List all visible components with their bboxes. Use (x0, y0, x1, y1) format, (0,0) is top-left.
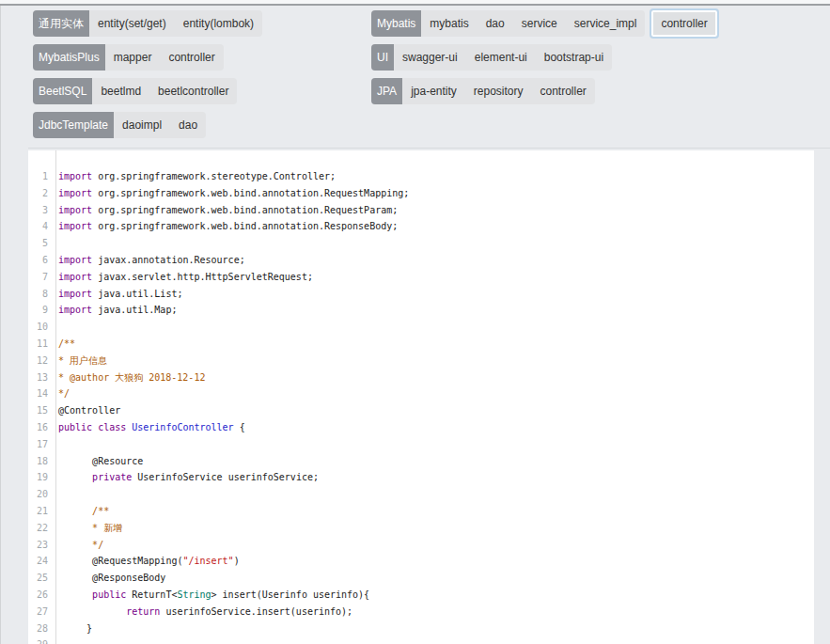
code-token-pl: > insert(Userinfo userinfo){ (211, 589, 370, 600)
option-beetlsql-beetlcontroller[interactable]: beetlcontroller (149, 78, 237, 104)
code-token-pl: @RequestMapping( (58, 556, 182, 566)
line-number: 7 (28, 269, 48, 286)
code-line: 21 /** (28, 503, 814, 520)
option-mybatis-service-impl[interactable]: service_impl (566, 10, 646, 37)
line-number: 28 (28, 620, 48, 637)
toolbar-code-divider (28, 148, 830, 149)
code-token-cm: * @author 大狼狗 2018-12-12 (58, 372, 205, 383)
group-bar-ui: UIswagger-uielement-uibootstrap-ui (371, 44, 612, 71)
code-line: 22 * 新增 (28, 520, 814, 537)
option-group-entity-set-get[interactable]: entity(set/get) (89, 10, 175, 37)
code-token-cn: UserinfoController (126, 422, 233, 432)
code-token-pl: ReturnT< (126, 589, 177, 600)
code-token-pl: ) (234, 556, 240, 566)
option-jdbctemplate-dao[interactable]: dao (170, 112, 206, 138)
button-group-jdbctemplate: JdbcTemplatedaoimpldao (33, 112, 206, 138)
code-text: import org.springframework.web.bind.anno… (48, 185, 409, 202)
code-token-pl: @Resource (58, 456, 143, 466)
code-line: 4import org.springframework.web.bind.ann… (28, 218, 814, 235)
code-line: 10 (28, 319, 814, 336)
code-token-pl: java.util.List; (92, 289, 182, 299)
line-number: 21 (28, 503, 48, 520)
code-text: public ReturnT<String> insert(Userinfo u… (48, 587, 369, 604)
code-token-kw: import (58, 205, 92, 215)
category-label-mybatis: Mybatis (371, 10, 421, 37)
button-group-ui: UIswagger-uielement-uibootstrap-ui (371, 44, 612, 71)
option-mybatisplus-mapper[interactable]: mapper (105, 44, 161, 71)
line-number: 1 (28, 168, 48, 185)
option-mybatis-dao[interactable]: dao (478, 10, 513, 37)
code-text: */ (48, 385, 70, 402)
top-strip (0, 0, 830, 6)
code-line: 16public class UserinfoController { (28, 419, 814, 436)
code-line: 11/** (28, 336, 814, 353)
code-token-kw: import (58, 221, 92, 231)
option-ui-swagger-ui[interactable]: swagger-ui (394, 44, 466, 71)
option-beetlsql-beetlmd[interactable]: beetlmd (92, 78, 149, 104)
code-text (48, 235, 58, 252)
category-label-ui: UI (371, 44, 394, 71)
code-token-cm: */ (58, 388, 70, 399)
code-text (48, 636, 58, 644)
line-number: 23 (28, 537, 48, 554)
code-text: import javax.servlet.http.HttpServletReq… (48, 269, 313, 286)
option-jpa-controller[interactable]: controller (532, 78, 595, 104)
code-token-pl: @ResponseBody (58, 573, 165, 583)
group-bar-mybatis: Mybatismybatisdaoserviceservice_impl (371, 10, 645, 37)
line-number: 2 (28, 185, 48, 202)
option-jpa-jpa-entity[interactable]: jpa-entity (402, 78, 465, 104)
code-text: import org.springframework.stereotype.Co… (48, 168, 336, 185)
line-number: 11 (28, 336, 48, 353)
code-text (48, 319, 58, 336)
code-line: 26 public ReturnT<String> insert(Userinf… (28, 587, 814, 604)
code-line: 15@Controller (28, 402, 814, 419)
option-mybatis-service[interactable]: service (513, 10, 566, 37)
code-panel: 1import org.springframework.stereotype.C… (28, 150, 814, 644)
group-bar-group: 通用实体entity(set/get)entity(lombok) (33, 10, 262, 37)
code-token-pl: userinfoService.insert(userinfo); (160, 606, 352, 617)
option-mybatis-controller-selected[interactable]: controller (650, 8, 718, 39)
option-group-entity-lombok[interactable]: entity(lombok) (175, 10, 262, 37)
code-line: 18 @Resource (28, 453, 814, 470)
code-text: */ (48, 537, 103, 554)
code-text: @ResponseBody (48, 570, 165, 587)
code-line: 19 private UserinfoService userinfoServi… (28, 469, 814, 486)
code-text: * 用户信息 (48, 353, 107, 369)
option-ui-element-ui[interactable]: element-ui (466, 44, 536, 71)
code-token-kw: public class (58, 422, 126, 432)
code-line: 28 } (28, 620, 814, 637)
code-text: @Resource (48, 453, 143, 470)
code-line: 3import org.springframework.web.bind.ann… (28, 202, 814, 219)
line-number: 16 (28, 419, 48, 436)
code-token-kw: public (58, 589, 126, 600)
line-number: 3 (28, 202, 48, 219)
option-jdbctemplate-daoimpl[interactable]: daoimpl (114, 112, 170, 138)
code-token-pl: org.springframework.web.bind.annotation.… (92, 221, 398, 231)
code-token-str: "/insert" (182, 556, 233, 566)
code-text: return userinfoService.insert(userinfo); (48, 604, 352, 620)
code-text: @RequestMapping("/insert") (48, 553, 240, 570)
code-line: 14*/ (28, 385, 814, 402)
option-mybatis-mybatis[interactable]: mybatis (421, 10, 477, 37)
code-line: 20 (28, 486, 814, 503)
option-ui-bootstrap-ui[interactable]: bootstrap-ui (536, 44, 612, 71)
code-line: 2import org.springframework.web.bind.ann… (28, 185, 814, 202)
code-token-pl: org.springframework.web.bind.annotation.… (92, 205, 398, 215)
category-label-mybatisplus: MybatisPlus (33, 44, 105, 71)
line-number: 20 (28, 486, 48, 503)
option-jpa-repository[interactable]: repository (465, 78, 532, 104)
code-token-cm: */ (58, 540, 103, 550)
code-line: 12* 用户信息 (28, 353, 814, 369)
code-token-kw: import (58, 272, 92, 282)
code-line: 24 @RequestMapping("/insert") (28, 553, 814, 570)
code-token-kw: private (58, 472, 132, 482)
code-line: 23 */ (28, 537, 814, 554)
code-token-kw: import (58, 289, 92, 299)
code-line: 5 (28, 235, 814, 252)
code-line: 1import org.springframework.stereotype.C… (28, 168, 814, 185)
code-text: * @author 大狼狗 2018-12-12 (48, 369, 205, 386)
option-mybatisplus-controller[interactable]: controller (160, 44, 223, 71)
code-line: 29 (28, 636, 814, 644)
code-line: 17 (28, 436, 814, 453)
code-text: import javax.annotation.Resource; (48, 252, 245, 269)
